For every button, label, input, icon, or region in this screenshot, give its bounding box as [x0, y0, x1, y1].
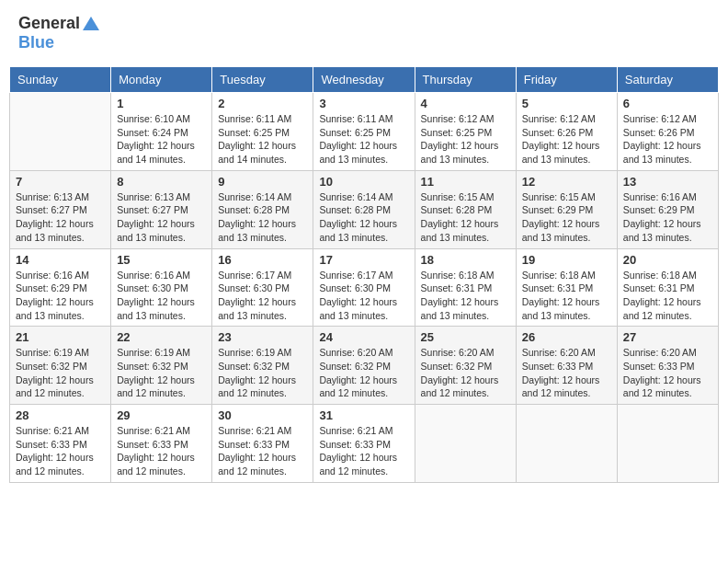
calendar-cell: 15Sunrise: 6:16 AMSunset: 6:30 PMDayligh…	[111, 248, 212, 327]
day-number: 3	[319, 97, 408, 110]
day-info: Sunrise: 6:11 AMSunset: 6:25 PMDaylight:…	[319, 112, 408, 167]
day-info: Sunrise: 6:19 AMSunset: 6:32 PMDaylight:…	[117, 346, 206, 400]
day-number: 26	[522, 330, 611, 344]
day-number: 1	[117, 97, 206, 110]
day-number: 2	[218, 97, 307, 110]
day-info: Sunrise: 6:16 AMSunset: 6:29 PMDaylight:…	[623, 190, 712, 245]
day-number: 14	[16, 253, 105, 267]
day-info: Sunrise: 6:18 AMSunset: 6:31 PMDaylight:…	[522, 269, 611, 323]
day-info: Sunrise: 6:16 AMSunset: 6:30 PMDaylight:…	[117, 269, 206, 323]
day-number: 22	[117, 330, 206, 344]
calendar-cell: 27Sunrise: 6:20 AMSunset: 6:33 PMDayligh…	[617, 327, 718, 405]
day-info: Sunrise: 6:18 AMSunset: 6:31 PMDaylight:…	[421, 269, 510, 323]
logo-general: General	[18, 14, 80, 33]
calendar-cell: 31Sunrise: 6:21 AMSunset: 6:33 PMDayligh…	[313, 405, 415, 483]
calendar-cell: 23Sunrise: 6:19 AMSunset: 6:32 PMDayligh…	[212, 327, 313, 405]
calendar-cell: 20Sunrise: 6:18 AMSunset: 6:31 PMDayligh…	[617, 248, 718, 327]
calendar-cell	[516, 405, 617, 483]
calendar-cell: 12Sunrise: 6:15 AMSunset: 6:29 PMDayligh…	[516, 170, 617, 248]
day-number: 30	[218, 408, 307, 422]
day-number: 28	[16, 408, 105, 422]
calendar-week-row: 7Sunrise: 6:13 AMSunset: 6:27 PMDaylight…	[10, 170, 719, 248]
day-info: Sunrise: 6:18 AMSunset: 6:31 PMDaylight:…	[623, 269, 712, 323]
calendar-cell: 17Sunrise: 6:17 AMSunset: 6:30 PMDayligh…	[313, 248, 415, 327]
calendar-cell: 13Sunrise: 6:16 AMSunset: 6:29 PMDayligh…	[617, 170, 718, 248]
weekday-header: Friday	[516, 67, 617, 93]
day-info: Sunrise: 6:21 AMSunset: 6:33 PMDaylight:…	[16, 424, 105, 478]
calendar-week-row: 1Sunrise: 6:10 AMSunset: 6:24 PMDaylight…	[10, 93, 719, 171]
calendar-cell: 14Sunrise: 6:16 AMSunset: 6:29 PMDayligh…	[10, 248, 111, 327]
day-number: 23	[218, 330, 307, 344]
calendar-cell: 25Sunrise: 6:20 AMSunset: 6:32 PMDayligh…	[415, 327, 516, 405]
day-number: 6	[623, 97, 712, 110]
calendar-cell: 9Sunrise: 6:14 AMSunset: 6:28 PMDaylight…	[212, 170, 313, 248]
day-number: 29	[117, 408, 206, 422]
day-number: 13	[623, 175, 712, 189]
logo-blue: Blue	[18, 33, 54, 52]
calendar-cell: 6Sunrise: 6:12 AMSunset: 6:26 PMDaylight…	[617, 93, 718, 171]
day-number: 10	[319, 175, 408, 189]
day-info: Sunrise: 6:21 AMSunset: 6:33 PMDaylight:…	[218, 424, 307, 478]
day-info: Sunrise: 6:11 AMSunset: 6:25 PMDaylight:…	[218, 112, 307, 167]
day-info: Sunrise: 6:15 AMSunset: 6:28 PMDaylight:…	[421, 190, 510, 245]
day-info: Sunrise: 6:17 AMSunset: 6:30 PMDaylight:…	[319, 269, 408, 323]
calendar-header-row: SundayMondayTuesdayWednesdayThursdayFrid…	[10, 67, 719, 93]
calendar-cell: 11Sunrise: 6:15 AMSunset: 6:28 PMDayligh…	[415, 170, 516, 248]
calendar-cell: 3Sunrise: 6:11 AMSunset: 6:25 PMDaylight…	[313, 93, 415, 171]
calendar-week-row: 28Sunrise: 6:21 AMSunset: 6:33 PMDayligh…	[10, 405, 719, 483]
day-number: 18	[421, 253, 510, 267]
calendar-cell: 29Sunrise: 6:21 AMSunset: 6:33 PMDayligh…	[111, 405, 212, 483]
day-info: Sunrise: 6:14 AMSunset: 6:28 PMDaylight:…	[218, 190, 307, 245]
day-info: Sunrise: 6:20 AMSunset: 6:33 PMDaylight:…	[522, 346, 611, 400]
day-number: 8	[117, 175, 206, 189]
calendar-cell: 28Sunrise: 6:21 AMSunset: 6:33 PMDayligh…	[10, 405, 111, 483]
calendar-week-row: 14Sunrise: 6:16 AMSunset: 6:29 PMDayligh…	[10, 248, 719, 327]
calendar-cell	[617, 405, 718, 483]
calendar-cell: 2Sunrise: 6:11 AMSunset: 6:25 PMDaylight…	[212, 93, 313, 171]
weekday-header: Wednesday	[313, 67, 415, 93]
day-info: Sunrise: 6:19 AMSunset: 6:32 PMDaylight:…	[218, 346, 307, 400]
calendar-cell: 10Sunrise: 6:14 AMSunset: 6:28 PMDayligh…	[313, 170, 415, 248]
day-info: Sunrise: 6:20 AMSunset: 6:33 PMDaylight:…	[623, 346, 712, 400]
calendar-cell: 22Sunrise: 6:19 AMSunset: 6:32 PMDayligh…	[111, 327, 212, 405]
calendar-cell: 21Sunrise: 6:19 AMSunset: 6:32 PMDayligh…	[10, 327, 111, 405]
day-number: 16	[218, 253, 307, 267]
day-info: Sunrise: 6:21 AMSunset: 6:33 PMDaylight:…	[117, 424, 206, 478]
calendar-table: SundayMondayTuesdayWednesdayThursdayFrid…	[9, 66, 719, 483]
day-info: Sunrise: 6:13 AMSunset: 6:27 PMDaylight:…	[16, 190, 105, 245]
day-info: Sunrise: 6:12 AMSunset: 6:25 PMDaylight:…	[421, 112, 510, 167]
day-info: Sunrise: 6:21 AMSunset: 6:33 PMDaylight:…	[319, 424, 408, 478]
day-number: 24	[319, 330, 408, 344]
day-info: Sunrise: 6:12 AMSunset: 6:26 PMDaylight:…	[623, 112, 712, 167]
calendar-cell: 26Sunrise: 6:20 AMSunset: 6:33 PMDayligh…	[516, 327, 617, 405]
day-number: 9	[218, 175, 307, 189]
day-number: 15	[117, 253, 206, 267]
day-number: 17	[319, 253, 408, 267]
day-info: Sunrise: 6:17 AMSunset: 6:30 PMDaylight:…	[218, 269, 307, 323]
calendar-cell: 8Sunrise: 6:13 AMSunset: 6:27 PMDaylight…	[111, 170, 212, 248]
calendar-cell: 7Sunrise: 6:13 AMSunset: 6:27 PMDaylight…	[10, 170, 111, 248]
day-info: Sunrise: 6:16 AMSunset: 6:29 PMDaylight:…	[16, 269, 105, 323]
day-info: Sunrise: 6:15 AMSunset: 6:29 PMDaylight:…	[522, 190, 611, 245]
day-info: Sunrise: 6:19 AMSunset: 6:32 PMDaylight:…	[16, 346, 105, 400]
logo: General Blue	[18, 14, 100, 52]
header: General Blue	[9, 9, 719, 57]
calendar-cell	[10, 93, 111, 171]
day-number: 4	[421, 97, 510, 110]
calendar-cell: 16Sunrise: 6:17 AMSunset: 6:30 PMDayligh…	[212, 248, 313, 327]
calendar-cell	[415, 405, 516, 483]
calendar-cell: 24Sunrise: 6:20 AMSunset: 6:32 PMDayligh…	[313, 327, 415, 405]
calendar-cell: 1Sunrise: 6:10 AMSunset: 6:24 PMDaylight…	[111, 93, 212, 171]
calendar-cell: 5Sunrise: 6:12 AMSunset: 6:26 PMDaylight…	[516, 93, 617, 171]
day-info: Sunrise: 6:12 AMSunset: 6:26 PMDaylight:…	[522, 112, 611, 167]
logo-triangle-icon	[82, 15, 100, 33]
day-number: 20	[623, 253, 712, 267]
day-number: 7	[16, 175, 105, 189]
weekday-header: Thursday	[415, 67, 516, 93]
day-info: Sunrise: 6:13 AMSunset: 6:27 PMDaylight:…	[117, 190, 206, 245]
weekday-header: Sunday	[10, 67, 111, 93]
day-number: 12	[522, 175, 611, 189]
weekday-header: Saturday	[617, 67, 718, 93]
day-number: 19	[522, 253, 611, 267]
day-number: 21	[16, 330, 105, 344]
